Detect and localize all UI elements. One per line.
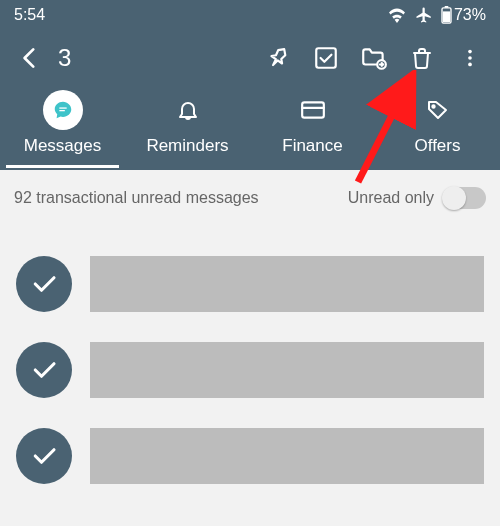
svg-rect-2 <box>443 11 450 22</box>
svg-rect-1 <box>445 6 449 8</box>
airplane-mode-icon <box>415 6 433 24</box>
unread-only-toggle[interactable] <box>444 187 486 209</box>
battery-icon: 73% <box>441 6 486 24</box>
tab-label: Finance <box>282 136 342 168</box>
status-time: 5:54 <box>14 6 45 24</box>
wifi-icon <box>387 7 407 23</box>
tab-label: Offers <box>415 136 461 168</box>
delete-button[interactable] <box>398 34 446 82</box>
selected-check-icon[interactable] <box>16 428 72 484</box>
tab-offers[interactable]: Offers <box>375 86 500 168</box>
tab-reminders[interactable]: Reminders <box>125 86 250 168</box>
list-item[interactable] <box>16 428 484 484</box>
selection-count: 3 <box>58 44 90 72</box>
finance-icon <box>293 90 333 130</box>
move-to-folder-button[interactable] <box>350 34 398 82</box>
offers-icon <box>418 90 458 130</box>
list-item[interactable] <box>16 342 484 398</box>
list-item[interactable] <box>16 256 484 312</box>
category-tabs: Messages Reminders Finance Offers <box>0 86 500 170</box>
filter-bar: 92 transactional unread messages Unread … <box>0 170 500 226</box>
tab-label: Messages <box>24 136 101 168</box>
unread-summary: 92 transactional unread messages <box>14 189 259 207</box>
message-preview-placeholder <box>90 428 484 484</box>
overflow-menu-button[interactable] <box>446 34 494 82</box>
status-bar: 5:54 73% <box>0 0 500 30</box>
tab-finance[interactable]: Finance <box>250 86 375 168</box>
selected-check-icon[interactable] <box>16 342 72 398</box>
select-all-button[interactable] <box>302 34 350 82</box>
toggle-knob <box>442 186 466 210</box>
unread-only-label: Unread only <box>348 189 434 207</box>
svg-rect-3 <box>316 48 336 68</box>
svg-point-5 <box>468 50 472 54</box>
svg-rect-8 <box>59 107 66 108</box>
selected-check-icon[interactable] <box>16 256 72 312</box>
pin-button[interactable] <box>254 34 302 82</box>
svg-rect-10 <box>302 102 324 117</box>
message-list <box>0 256 500 484</box>
back-button[interactable] <box>6 34 54 82</box>
svg-point-7 <box>468 63 472 67</box>
tab-label: Reminders <box>146 136 228 168</box>
svg-rect-9 <box>59 110 65 111</box>
message-preview-placeholder <box>90 256 484 312</box>
selection-app-bar: 3 <box>0 30 500 86</box>
battery-percent: 73% <box>454 6 486 24</box>
message-preview-placeholder <box>90 342 484 398</box>
messages-icon <box>43 90 83 130</box>
reminders-icon <box>168 90 208 130</box>
tab-messages[interactable]: Messages <box>0 86 125 168</box>
svg-point-6 <box>468 56 472 60</box>
svg-point-12 <box>432 105 434 107</box>
